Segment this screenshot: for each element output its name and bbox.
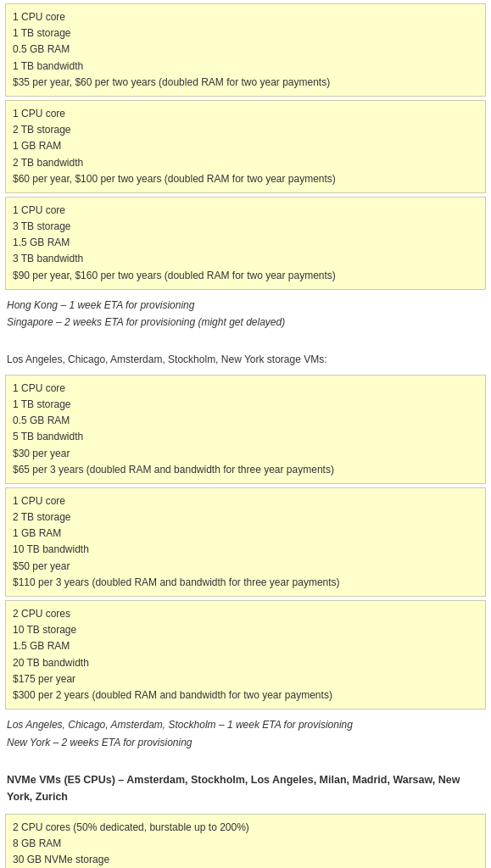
plan-spec: 1 CPU core	[13, 381, 478, 397]
plan-box-nvme-1: 2 CPU cores (50% dedicated, burstable up…	[5, 814, 486, 868]
plan-pricing: $90 per year, $160 per two years (double…	[13, 268, 478, 284]
plan-spec: 1 TB bandwidth	[13, 58, 478, 75]
plan-box-storage-3: 2 CPU cores10 TB storage1.5 GB RAM20 TB …	[5, 600, 486, 709]
plan-spec: 2 CPU cores	[13, 606, 478, 622]
hk-sg-note: Hong Kong – 1 week ETA for provisioning …	[0, 293, 491, 335]
plan-spec: 1 CPU core	[13, 9, 478, 25]
plan-spec: 5 TB bandwidth	[13, 429, 478, 445]
plan-spec: 8 GB RAM	[13, 836, 478, 852]
plan-box-storage-1: 1 CPU core1 TB storage0.5 GB RAM5 TB ban…	[5, 375, 486, 484]
plan-spec: 10 TB storage	[13, 622, 478, 638]
plan-spec: 1 CPU core	[13, 106, 478, 122]
plan-spec: 1 CPU core	[13, 493, 478, 509]
storage-note-ny: New York – 2 weeks ETA for provisioning	[7, 734, 484, 751]
plan-spec: 3 TB storage	[13, 219, 478, 235]
plan-spec: 1.5 GB RAM	[13, 638, 478, 654]
plan-spec: 0.5 GB RAM	[13, 413, 478, 429]
storage-note: Los Angeles, Chicago, Amsterdam, Stockho…	[0, 713, 491, 754]
plan-pricing: $60 per year, $100 per two years (double…	[13, 171, 478, 187]
plan-spec: 1 GB RAM	[13, 526, 478, 542]
nvme-header: NVMe VMs (E5 CPUs) – Amsterdam, Stockhol…	[0, 766, 491, 810]
plan-pricing: $175 per year	[13, 671, 478, 687]
plan-spec: 30 GB NVMe storage	[13, 852, 478, 868]
plan-pricing: $65 per 3 years (doubled RAM and bandwid…	[13, 462, 478, 478]
sg-note: Singapore – 2 weeks ETA for provisioning…	[7, 314, 484, 331]
hk-note: Hong Kong – 1 week ETA for provisioning	[7, 297, 484, 314]
plan-box-hk-sg-3: 1 CPU core3 TB storage1.5 GB RAM3 TB ban…	[5, 197, 486, 290]
plan-spec: 2 TB storage	[13, 122, 478, 138]
plan-pricing: $50 per year	[13, 559, 478, 575]
storage-header-text: Los Angeles, Chicago, Amsterdam, Stockho…	[7, 353, 327, 365]
plan-spec: 1 TB storage	[13, 25, 478, 42]
plan-pricing: $300 per 2 years (doubled RAM and bandwi…	[13, 687, 478, 704]
plan-spec: 2 CPU cores (50% dedicated, burstable up…	[13, 820, 478, 836]
nvme-header-text: NVMe VMs (E5 CPUs) – Amsterdam, Stockhol…	[7, 774, 460, 803]
plan-spec: 1 TB storage	[13, 397, 478, 413]
plan-box-hk-sg-2: 1 CPU core2 TB storage1 GB RAM2 TB bandw…	[5, 100, 486, 193]
plan-spec: 10 TB bandwidth	[13, 542, 478, 558]
plan-spec: 2 TB storage	[13, 509, 478, 526]
storage-note-la: Los Angeles, Chicago, Amsterdam, Stockho…	[7, 716, 484, 733]
plan-spec: 0.5 GB RAM	[13, 42, 478, 58]
plan-box-storage-2: 1 CPU core2 TB storage1 GB RAM10 TB band…	[5, 487, 486, 597]
plan-spec: 1 GB RAM	[13, 138, 478, 154]
plan-pricing: $110 per 3 years (doubled RAM and bandwi…	[13, 575, 478, 591]
storage-header: Los Angeles, Chicago, Amsterdam, Stockho…	[0, 347, 491, 371]
plan-spec: 3 TB bandwidth	[13, 251, 478, 267]
plan-spec: 1 CPU core	[13, 203, 478, 219]
plan-spec: 2 TB bandwidth	[13, 155, 478, 171]
plan-spec: 1.5 GB RAM	[13, 235, 478, 251]
plan-spec: 20 TB bandwidth	[13, 655, 478, 671]
plan-pricing: $30 per year	[13, 446, 478, 462]
plan-pricing: $35 per year, $60 per two years (doubled…	[13, 75, 478, 91]
plan-box-hk-sg-1: 1 CPU core1 TB storage0.5 GB RAM1 TB ban…	[5, 3, 486, 97]
